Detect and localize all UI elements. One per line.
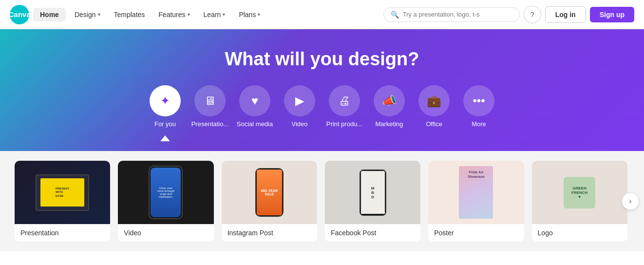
template-thumb-presentation: PRESENTWITHEASE — [15, 161, 110, 224]
template-thumb-instagram-post: MID-YEARSALE — [222, 161, 317, 224]
templates-row: PRESENTWITHEASEPresentationClear yourmin… — [15, 161, 629, 242]
template-label-instagram-post: Instagram Post — [222, 224, 317, 242]
category-item-marketing[interactable]: 📣Marketing — [370, 85, 409, 128]
search-icon: 🔍 — [391, 11, 399, 19]
more-label: More — [472, 120, 486, 128]
active-category-indicator — [160, 135, 170, 141]
category-row: ✦For you🖥Presentatio...♥Social media▶Vid… — [10, 85, 634, 141]
help-button[interactable]: ? — [524, 6, 541, 23]
for-you-label: For you — [154, 120, 176, 128]
learn-chevron-icon: ▾ — [223, 12, 225, 17]
template-card-video[interactable]: Clear yourmind throughyoga andmeditation… — [118, 161, 213, 242]
print-products-icon: 🖨 — [329, 85, 360, 116]
nav-home-button[interactable]: Home — [33, 8, 66, 21]
navbar: Canva Home Design ▾ Templates Features ▾… — [0, 0, 644, 29]
search-input[interactable] — [403, 11, 512, 18]
social-media-label: Social media — [237, 120, 273, 128]
video-label: Video — [291, 120, 307, 128]
office-icon: 💼 — [418, 85, 450, 116]
more-icon: ••• — [463, 85, 494, 116]
social-media-icon: ♥ — [239, 85, 270, 116]
template-thumb-logo: GREENFRENCH✦ — [532, 161, 627, 224]
category-item-print-products[interactable]: 🖨Print produ... — [325, 85, 364, 128]
template-card-instagram-post[interactable]: MID-YEARSALEInstagram Post — [222, 161, 317, 242]
category-item-for-you[interactable]: ✦For you — [146, 85, 185, 141]
login-button[interactable]: Log in — [545, 6, 586, 23]
canva-logo[interactable]: Canva — [10, 5, 29, 24]
category-item-office[interactable]: 💼Office — [415, 85, 454, 128]
plans-chevron-icon: ▾ — [258, 12, 260, 17]
video-icon: ▶ — [284, 85, 315, 116]
template-label-presentation: Presentation — [15, 224, 110, 242]
hero-banner: What will you design? ✦For you🖥Presentat… — [0, 29, 644, 151]
template-thumb-poster: Pride ArtShowcase — [428, 161, 524, 224]
templates-section: PRESENTWITHEASEPresentationClear yourmin… — [0, 151, 644, 251]
features-chevron-icon: ▾ — [188, 12, 190, 17]
nav-features[interactable]: Features ▾ — [153, 8, 194, 21]
template-thumb-facebook-post: MBD — [325, 161, 420, 224]
category-item-social-media[interactable]: ♥Social media — [235, 85, 274, 128]
category-item-more[interactable]: •••More — [459, 85, 498, 128]
category-item-video[interactable]: ▶Video — [280, 85, 319, 128]
hero-title: What will you design? — [10, 49, 634, 70]
template-label-facebook-post: Facebook Post — [325, 224, 420, 242]
logo-text: Canva — [8, 10, 30, 19]
template-label-video: Video — [118, 224, 213, 242]
design-chevron-icon: ▾ — [98, 12, 100, 17]
template-card-presentation[interactable]: PRESENTWITHEASEPresentation — [15, 161, 110, 242]
next-button[interactable]: › — [622, 192, 639, 210]
template-card-poster[interactable]: Pride ArtShowcasePoster — [428, 161, 524, 242]
search-bar[interactable]: 🔍 — [383, 7, 520, 22]
template-card-logo[interactable]: GREENFRENCH✦Logo — [532, 161, 627, 242]
marketing-label: Marketing — [375, 120, 403, 128]
presentations-label: Presentatio... — [191, 120, 229, 128]
template-label-logo: Logo — [532, 224, 627, 242]
office-label: Office — [426, 120, 442, 128]
template-thumb-video: Clear yourmind throughyoga andmeditation… — [118, 161, 213, 224]
print-products-label: Print produ... — [326, 120, 362, 128]
nav-design[interactable]: Design ▾ — [70, 8, 105, 21]
category-item-presentations[interactable]: 🖥Presentatio... — [190, 85, 229, 128]
template-label-poster: Poster — [428, 224, 524, 242]
for-you-icon: ✦ — [150, 85, 181, 116]
nav-plans[interactable]: Plans ▾ — [234, 8, 265, 21]
marketing-icon: 📣 — [374, 85, 405, 116]
presentations-icon: 🖥 — [194, 85, 226, 116]
template-card-facebook-post[interactable]: MBDFacebook Post — [325, 161, 420, 242]
signup-button[interactable]: Sign up — [590, 7, 634, 22]
nav-templates[interactable]: Templates — [109, 8, 150, 21]
nav-learn[interactable]: Learn ▾ — [199, 8, 230, 21]
